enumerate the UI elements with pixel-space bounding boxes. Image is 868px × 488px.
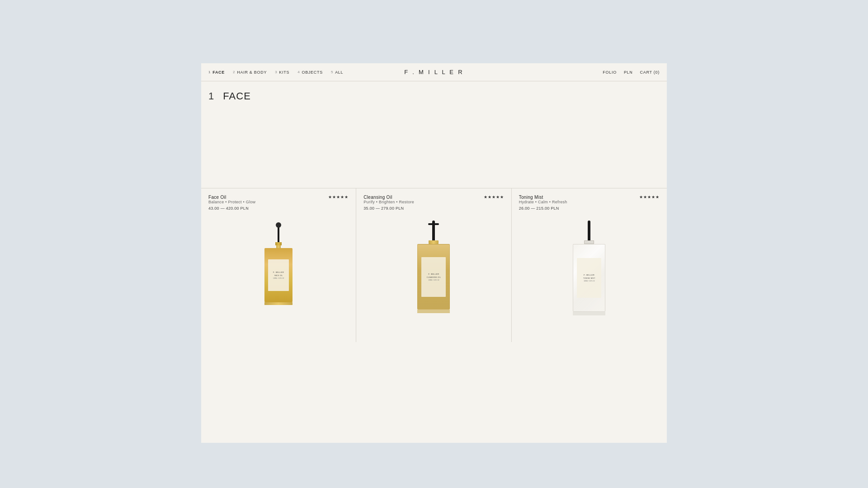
product-name-toning-mist: Toning Mist — [519, 195, 567, 200]
bottle-toning: F. MILLER TONING MIST 100ML • 3.5FL OZ — [572, 221, 606, 315]
bottle-label-toning: F. MILLER TONING MIST 100ML • 3.5FL OZ — [577, 258, 601, 298]
product-stars-cleansing-oil: ★★★★★ — [484, 195, 504, 199]
nav-label-kits: KITS — [279, 70, 289, 75]
label-sub-toning: 100ML • 3.5FL OZ — [584, 280, 594, 282]
bottle-base-toning — [573, 312, 605, 315]
product-tagline-face-oil: Balance • Protect • Glow — [208, 200, 255, 204]
product-header-face-oil: Face Oil Balance • Protect • Glow 43.00 … — [208, 195, 349, 211]
nav-item-objects[interactable]: 4 OBJECTS — [297, 70, 323, 75]
bottle-face-oil: F. MILLER FACE OIL 100ML • 3.5FL OZ — [263, 225, 294, 315]
product-info-cleansing-oil: Cleansing Oil Purify • Brighten • Restor… — [363, 195, 414, 211]
bottle-base-face-oil — [264, 302, 292, 305]
product-price-cleansing-oil: 35.00 — 279.00 PLN — [363, 206, 414, 211]
nav-num-1: 1 — [208, 70, 211, 74]
page-wrapper: 1 FACE 2 HAIR & BODY 3 KITS 4 OBJECTS 5 … — [201, 63, 667, 443]
nav-label-hair-body: HAIR & BODY — [237, 70, 267, 75]
nav-item-all[interactable]: 5 ALL — [331, 70, 343, 75]
cart-button[interactable]: CART (0) — [640, 70, 660, 75]
nav-num-2: 2 — [233, 70, 235, 74]
label-sub-cleansing: 100ML • 3.5FL OZ — [428, 279, 439, 281]
bottle-body-cleansing: F. MILLER CLEANSING OIL 100ML • 3.5FL OZ — [417, 244, 450, 310]
hero-area — [201, 116, 667, 188]
bottle-label-face-oil: F. MILLER FACE OIL 100ML • 3.5FL OZ — [268, 259, 289, 291]
label-product-face-oil: FACE OIL — [274, 275, 283, 277]
product-card-cleansing-oil[interactable]: Cleansing Oil Purify • Brighten • Restor… — [356, 188, 511, 342]
folio-link[interactable]: FOLIO — [603, 70, 617, 75]
label-brand-cleansing: F. MILLER — [428, 273, 439, 275]
products-grid: Face Oil Balance • Protect • Glow 43.00 … — [201, 188, 667, 342]
bottle-label-cleansing: F. MILLER CLEANSING OIL 100ML • 3.5FL OZ — [421, 257, 446, 297]
nav-item-face[interactable]: 1 FACE — [208, 70, 225, 75]
product-name-face-oil: Face Oil — [208, 195, 255, 200]
product-header-cleansing-oil: Cleansing Oil Purify • Brighten • Restor… — [363, 195, 504, 211]
product-image-toning-mist: F. MILLER TONING MIST 100ML • 3.5FL OZ — [519, 211, 660, 320]
label-brand-face-oil: F. MILLER — [273, 271, 284, 273]
product-tagline-cleansing-oil: Purify • Brighten • Restore — [363, 200, 414, 204]
nav-num-3: 3 — [275, 70, 277, 74]
nav-right: FOLIO PLN CART (0) — [603, 70, 660, 75]
page-title-row: 1 FACE — [208, 90, 660, 102]
label-product-cleansing: CLEANSING OIL — [427, 277, 441, 278]
product-stars-face-oil: ★★★★★ — [328, 195, 349, 199]
product-image-face-oil: F. MILLER FACE OIL 100ML • 3.5FL OZ — [208, 211, 349, 320]
nav-num-5: 5 — [331, 70, 333, 74]
product-name-cleansing-oil: Cleansing Oil — [363, 195, 414, 200]
product-header-toning-mist: Toning Mist Hydrate • Calm • Refresh 26.… — [519, 195, 660, 211]
site-header: 1 FACE 2 HAIR & BODY 3 KITS 4 OBJECTS 5 … — [201, 63, 667, 81]
nav-num-4: 4 — [297, 70, 300, 74]
currency-selector[interactable]: PLN — [624, 70, 633, 75]
page-number: 1 — [208, 90, 214, 102]
nav-left: 1 FACE 2 HAIR & BODY 3 KITS 4 OBJECTS 5 … — [208, 70, 343, 75]
product-price-toning-mist: 26.00 — 215.00 PLN — [519, 206, 567, 211]
bottle-body-toning: F. MILLER TONING MIST 100ML • 3.5FL OZ — [573, 244, 605, 312]
label-brand-toning: F. MILLER — [584, 274, 594, 276]
product-price-face-oil: 43.00 — 420.00 PLN — [208, 206, 255, 211]
product-image-cleansing-oil: F. MILLER CLEANSING OIL 100ML • 3.5FL OZ — [363, 211, 504, 320]
nav-label-objects: OBJECTS — [302, 70, 323, 75]
nav-item-hair-body[interactable]: 2 HAIR & BODY — [233, 70, 267, 75]
nav-label-all: ALL — [335, 70, 343, 75]
product-card-toning-mist[interactable]: Toning Mist Hydrate • Calm • Refresh 26.… — [512, 188, 667, 342]
bottle-body-face-oil: F. MILLER FACE OIL 100ML • 3.5FL OZ — [264, 248, 292, 302]
product-tagline-toning-mist: Hydrate • Calm • Refresh — [519, 200, 567, 204]
site-logo[interactable]: F . M I L L E R — [404, 69, 464, 75]
bottle-base-cleansing — [417, 310, 450, 313]
page-title-area: 1 FACE — [201, 81, 667, 116]
product-stars-toning-mist: ★★★★★ — [639, 195, 660, 199]
bottle-cleansing: F. MILLER CLEANSING OIL 100ML • 3.5FL OZ — [417, 221, 451, 315]
label-sub-face-oil: 100ML • 3.5FL OZ — [273, 277, 284, 279]
product-info-toning-mist: Toning Mist Hydrate • Calm • Refresh 26.… — [519, 195, 567, 211]
page-title: FACE — [223, 90, 251, 102]
product-info-face-oil: Face Oil Balance • Protect • Glow 43.00 … — [208, 195, 255, 211]
label-product-toning: TONING MIST — [583, 277, 595, 279]
product-card-face-oil[interactable]: Face Oil Balance • Protect • Glow 43.00 … — [201, 188, 356, 342]
nav-item-kits[interactable]: 3 KITS — [275, 70, 289, 75]
nav-label-face: FACE — [212, 70, 225, 75]
